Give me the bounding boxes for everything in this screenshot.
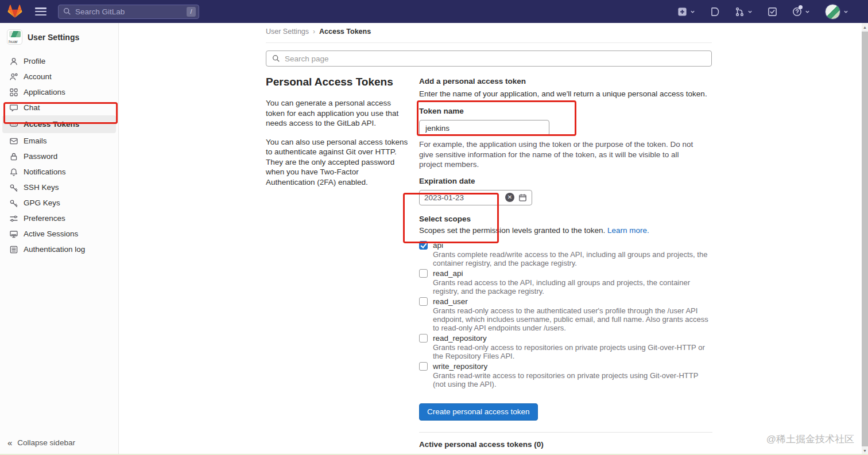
- sidebar-item-active-sessions[interactable]: Active Sessions: [2, 226, 116, 242]
- profile-icon: [9, 57, 18, 66]
- clear-date-icon[interactable]: ✕: [505, 193, 514, 202]
- write-repository-checkbox[interactable]: [419, 362, 428, 371]
- help-button[interactable]: [792, 7, 810, 17]
- chat-bubble-icon: [9, 103, 18, 112]
- scope-name: read_repository: [433, 334, 487, 343]
- token-pill-icon: [9, 120, 18, 129]
- breadcrumb: User Settings › Access Tokens: [266, 28, 712, 43]
- scope-read-user: read_user Grants read-only access to the…: [419, 297, 712, 332]
- collapse-chevrons-icon: «: [7, 438, 12, 448]
- read-user-checkbox[interactable]: [419, 297, 428, 306]
- calendar-icon[interactable]: [518, 193, 527, 202]
- page-search[interactable]: [266, 50, 712, 67]
- intro-paragraph-2: You can also use personal access tokens …: [266, 137, 409, 188]
- issues-button[interactable]: [710, 7, 720, 17]
- learn-more-link[interactable]: Learn more.: [607, 226, 649, 235]
- api-checkbox[interactable]: [419, 241, 428, 250]
- lock-icon: [9, 152, 18, 161]
- user-menu-button[interactable]: [825, 4, 848, 20]
- monitor-icon: [9, 230, 18, 239]
- vertical-scrollbar[interactable]: ▲ ▼: [862, 23, 868, 455]
- expiration-date-input[interactable]: [424, 193, 505, 202]
- page-search-input[interactable]: [285, 55, 706, 63]
- todo-check-icon: [768, 7, 777, 17]
- sidebar-item-ssh-keys[interactable]: SSH Keys: [2, 180, 116, 195]
- sidebar-item-applications[interactable]: Applications: [2, 84, 116, 100]
- menu-hamburger-icon[interactable]: [35, 7, 46, 15]
- intro-column: Personal Access Tokens You can generate …: [266, 76, 409, 455]
- scope-api: api Grants complete read/write access to…: [419, 240, 712, 267]
- scope-description: Grants read-only access to repositories …: [433, 343, 712, 360]
- plus-square-icon: [677, 7, 687, 17]
- read-api-checkbox[interactable]: [419, 269, 428, 278]
- chevron-down-icon: [690, 9, 695, 14]
- expiration-date-field[interactable]: ✕: [419, 190, 532, 205]
- sidebar-item-gpg-keys[interactable]: GPG Keys: [2, 195, 116, 211]
- page-title: Personal Access Tokens: [266, 76, 409, 88]
- sidebar-item-authentication-log[interactable]: Authentication log: [2, 242, 116, 257]
- applications-grid-icon: [9, 88, 18, 97]
- add-token-description: Enter the name of your application, and …: [419, 88, 712, 100]
- sidebar-item-account[interactable]: Account: [2, 69, 116, 84]
- search-shortcut-badge: /: [187, 7, 196, 17]
- topbar-actions: [662, 4, 868, 20]
- token-form-column: Add a personal access token Enter the na…: [419, 76, 712, 455]
- notification-dot: [799, 5, 803, 9]
- select-scopes-description: Scopes set the permission levels granted…: [419, 225, 712, 236]
- bell-icon: [9, 168, 18, 177]
- sidebar-item-password[interactable]: Password: [2, 149, 116, 164]
- scope-description: Grants complete read/write access to the…: [433, 250, 712, 267]
- scroll-up-arrow-icon[interactable]: ▲: [862, 23, 868, 32]
- user-settings-avatar: huar: [7, 29, 22, 45]
- read-repository-checkbox[interactable]: [419, 334, 428, 343]
- breadcrumb-current: Access Tokens: [319, 28, 371, 36]
- user-avatar: [825, 4, 840, 20]
- sidebar-item-emails[interactable]: Emails: [2, 133, 116, 149]
- token-name-label: Token name: [419, 106, 712, 116]
- scope-name: read_user: [433, 297, 468, 306]
- sidebar-nav: Profile Account Applications Chat: [0, 50, 118, 257]
- watermark-text: @稀土掘金技术社区: [766, 433, 854, 446]
- breadcrumb-separator-icon: ›: [313, 28, 315, 36]
- scope-name: read_api: [433, 269, 463, 278]
- add-token-title: Add a personal access token: [419, 76, 712, 87]
- scope-description: Grants read-only access to the authentic…: [433, 306, 712, 332]
- global-search[interactable]: /: [58, 5, 199, 19]
- scope-description: Grants read-write access to repositories…: [433, 371, 712, 388]
- sidebar-header: huar User Settings: [0, 23, 118, 50]
- breadcrumb-user-settings[interactable]: User Settings: [266, 28, 309, 36]
- sidebar-item-profile[interactable]: Profile: [2, 53, 116, 69]
- sidebar-item-notifications[interactable]: Notifications: [2, 164, 116, 180]
- collapse-label: Collapse sidebar: [17, 438, 75, 447]
- key-icon: [9, 199, 18, 208]
- collapse-sidebar-button[interactable]: « Collapse sidebar: [0, 434, 118, 450]
- global-search-input[interactable]: [75, 7, 187, 16]
- chevron-down-icon: [747, 9, 753, 14]
- scope-description: Grants read access to the API, including…: [433, 278, 712, 295]
- create-token-button[interactable]: Create personal access token: [419, 403, 538, 421]
- sidebar-item-access-tokens[interactable]: Access Tokens: [2, 115, 116, 133]
- gitlab-logo-icon[interactable]: [7, 5, 22, 18]
- scope-name: api: [433, 241, 443, 250]
- intro-paragraph-1: You can generate a personal access token…: [266, 98, 409, 129]
- chevron-down-icon: [843, 9, 848, 14]
- scope-write-repository: write_repository Grants read-write acces…: [419, 361, 712, 388]
- sidebar-title: User Settings: [28, 33, 79, 42]
- merge-requests-button[interactable]: [735, 7, 753, 17]
- token-name-input[interactable]: [419, 120, 549, 136]
- email-envelope-icon: [9, 137, 18, 146]
- scope-read-repository: read_repository Grants read-only access …: [419, 333, 712, 360]
- scope-read-api: read_api Grants read access to the API, …: [419, 269, 712, 295]
- chevron-down-icon: [805, 9, 810, 14]
- main-content: User Settings › Access Tokens Personal A…: [266, 28, 712, 455]
- scope-name: write_repository: [433, 362, 487, 371]
- sidebar-item-chat[interactable]: Chat: [2, 100, 116, 115]
- active-tokens-title: Active personal access tokens (0): [419, 440, 712, 449]
- select-scopes-title: Select scopes: [419, 214, 712, 224]
- new-menu-button[interactable]: [677, 7, 695, 17]
- top-navbar: /: [0, 0, 868, 23]
- sliders-icon: [9, 214, 18, 223]
- section-divider: [419, 432, 712, 433]
- sidebar-item-preferences[interactable]: Preferences: [2, 211, 116, 226]
- todos-button[interactable]: [768, 7, 777, 17]
